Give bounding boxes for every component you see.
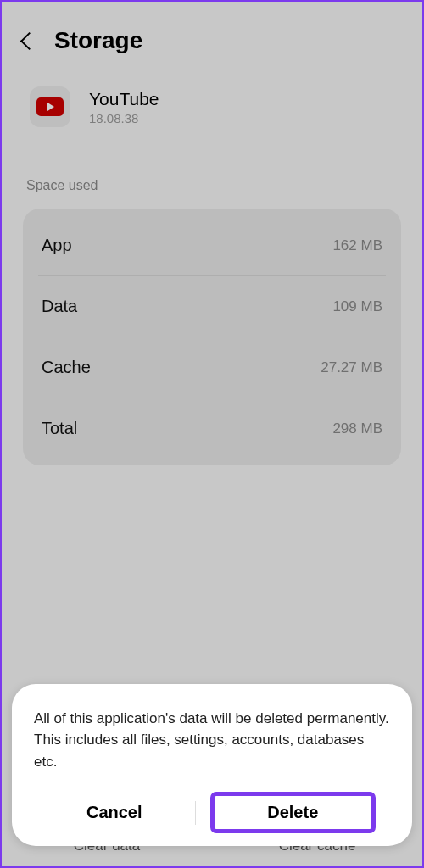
confirm-dialog: All of this application's data will be d… bbox=[12, 684, 412, 847]
dialog-actions: Cancel Delete bbox=[34, 794, 390, 831]
dialog-message: All of this application's data will be d… bbox=[34, 708, 390, 773]
cancel-button[interactable]: Cancel bbox=[34, 794, 195, 831]
divider bbox=[195, 801, 196, 825]
delete-button[interactable]: Delete bbox=[213, 794, 374, 831]
